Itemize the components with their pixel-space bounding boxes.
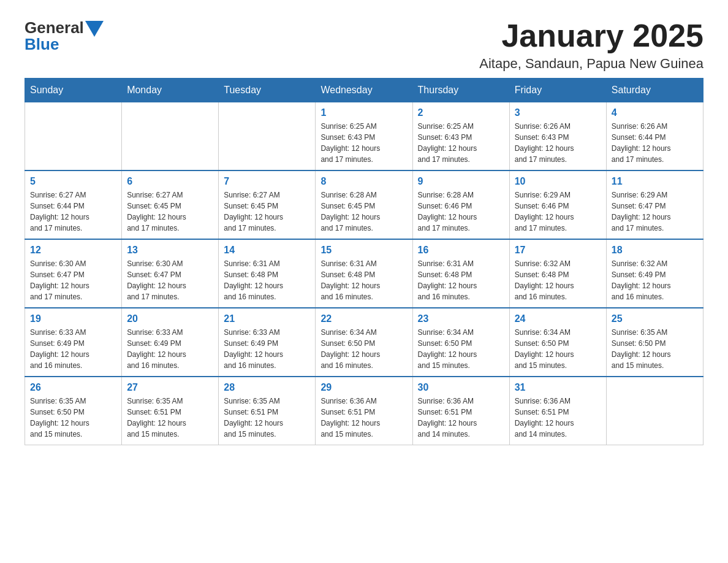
day-number: 11 [612, 176, 698, 187]
calendar-day-cell: 21Sunrise: 6:33 AM Sunset: 6:49 PM Dayli… [219, 308, 316, 377]
location-title: Aitape, Sandaun, Papua New Guinea [479, 56, 703, 72]
calendar-day-cell: 17Sunrise: 6:32 AM Sunset: 6:48 PM Dayli… [509, 239, 606, 308]
calendar-day-cell: 26Sunrise: 6:35 AM Sunset: 6:50 PM Dayli… [25, 377, 122, 445]
day-info: Sunrise: 6:27 AM Sunset: 6:45 PM Dayligh… [127, 190, 213, 234]
calendar-day-cell: 8Sunrise: 6:28 AM Sunset: 6:45 PM Daylig… [316, 170, 412, 239]
calendar-day-cell: 13Sunrise: 6:30 AM Sunset: 6:47 PM Dayli… [122, 239, 219, 308]
calendar-day-header: Tuesday [219, 79, 316, 102]
calendar-day-cell: 23Sunrise: 6:34 AM Sunset: 6:50 PM Dayli… [412, 308, 509, 377]
day-number: 13 [127, 245, 213, 256]
day-number: 8 [320, 176, 407, 187]
day-info: Sunrise: 6:35 AM Sunset: 6:51 PM Dayligh… [224, 396, 310, 440]
calendar-day-cell: 1Sunrise: 6:25 AM Sunset: 6:43 PM Daylig… [316, 102, 412, 171]
day-info: Sunrise: 6:33 AM Sunset: 6:49 PM Dayligh… [224, 327, 310, 371]
calendar-day-cell: 18Sunrise: 6:32 AM Sunset: 6:49 PM Dayli… [606, 239, 703, 308]
day-info: Sunrise: 6:36 AM Sunset: 6:51 PM Dayligh… [515, 396, 601, 440]
day-info: Sunrise: 6:30 AM Sunset: 6:47 PM Dayligh… [127, 258, 213, 302]
calendar-day-header: Wednesday [316, 79, 412, 102]
day-info: Sunrise: 6:31 AM Sunset: 6:48 PM Dayligh… [320, 258, 407, 302]
day-info: Sunrise: 6:32 AM Sunset: 6:48 PM Dayligh… [515, 258, 601, 302]
calendar-day-header: Friday [509, 79, 606, 102]
calendar-day-cell: 9Sunrise: 6:28 AM Sunset: 6:46 PM Daylig… [412, 170, 509, 239]
day-number: 6 [127, 176, 213, 187]
day-number: 30 [418, 382, 504, 393]
logo-blue: Blue [25, 35, 59, 54]
day-number: 26 [30, 382, 116, 393]
day-number: 4 [612, 107, 698, 118]
calendar-day-cell [25, 102, 122, 171]
day-number: 29 [320, 382, 407, 393]
calendar-day-cell: 31Sunrise: 6:36 AM Sunset: 6:51 PM Dayli… [509, 377, 606, 445]
calendar-week-row: 12Sunrise: 6:30 AM Sunset: 6:47 PM Dayli… [25, 239, 703, 308]
day-info: Sunrise: 6:36 AM Sunset: 6:51 PM Dayligh… [320, 396, 407, 440]
calendar-week-row: 5Sunrise: 6:27 AM Sunset: 6:44 PM Daylig… [25, 170, 703, 239]
day-number: 14 [224, 245, 310, 256]
month-title: January 2025 [479, 18, 703, 53]
day-info: Sunrise: 6:34 AM Sunset: 6:50 PM Dayligh… [515, 327, 601, 371]
day-number: 24 [515, 313, 601, 324]
calendar-week-row: 19Sunrise: 6:33 AM Sunset: 6:49 PM Dayli… [25, 308, 703, 377]
day-info: Sunrise: 6:29 AM Sunset: 6:47 PM Dayligh… [612, 190, 698, 234]
calendar-day-header: Thursday [412, 79, 509, 102]
day-number: 22 [320, 313, 407, 324]
day-number: 27 [127, 382, 213, 393]
day-number: 15 [320, 245, 407, 256]
day-number: 9 [418, 176, 504, 187]
day-number: 2 [418, 107, 504, 118]
calendar-table: SundayMondayTuesdayWednesdayThursdayFrid… [25, 78, 703, 445]
day-info: Sunrise: 6:34 AM Sunset: 6:50 PM Dayligh… [320, 327, 407, 371]
logo-triangle-icon [85, 21, 104, 37]
day-number: 28 [224, 382, 310, 393]
calendar-day-cell: 10Sunrise: 6:29 AM Sunset: 6:46 PM Dayli… [509, 170, 606, 239]
calendar-day-header: Sunday [25, 79, 122, 102]
day-info: Sunrise: 6:27 AM Sunset: 6:45 PM Dayligh… [224, 190, 310, 234]
calendar-day-cell: 28Sunrise: 6:35 AM Sunset: 6:51 PM Dayli… [219, 377, 316, 445]
calendar-day-cell: 6Sunrise: 6:27 AM Sunset: 6:45 PM Daylig… [122, 170, 219, 239]
day-number: 10 [515, 176, 601, 187]
day-info: Sunrise: 6:36 AM Sunset: 6:51 PM Dayligh… [418, 396, 504, 440]
calendar-day-cell: 27Sunrise: 6:35 AM Sunset: 6:51 PM Dayli… [122, 377, 219, 445]
calendar-day-cell: 24Sunrise: 6:34 AM Sunset: 6:50 PM Dayli… [509, 308, 606, 377]
calendar-day-cell: 25Sunrise: 6:35 AM Sunset: 6:50 PM Dayli… [606, 308, 703, 377]
calendar-day-cell: 14Sunrise: 6:31 AM Sunset: 6:48 PM Dayli… [219, 239, 316, 308]
day-info: Sunrise: 6:33 AM Sunset: 6:49 PM Dayligh… [127, 327, 213, 371]
calendar-day-cell: 12Sunrise: 6:30 AM Sunset: 6:47 PM Dayli… [25, 239, 122, 308]
day-info: Sunrise: 6:35 AM Sunset: 6:50 PM Dayligh… [612, 327, 698, 371]
calendar-day-cell: 22Sunrise: 6:34 AM Sunset: 6:50 PM Dayli… [316, 308, 412, 377]
calendar-day-cell [122, 102, 219, 171]
day-number: 18 [612, 245, 698, 256]
day-number: 16 [418, 245, 504, 256]
day-info: Sunrise: 6:33 AM Sunset: 6:49 PM Dayligh… [30, 327, 116, 371]
day-info: Sunrise: 6:28 AM Sunset: 6:45 PM Dayligh… [320, 190, 407, 234]
day-number: 17 [515, 245, 601, 256]
calendar-header-row: SundayMondayTuesdayWednesdayThursdayFrid… [25, 79, 703, 102]
day-info: Sunrise: 6:31 AM Sunset: 6:48 PM Dayligh… [224, 258, 310, 302]
calendar-day-cell: 7Sunrise: 6:27 AM Sunset: 6:45 PM Daylig… [219, 170, 316, 239]
day-info: Sunrise: 6:25 AM Sunset: 6:43 PM Dayligh… [320, 121, 407, 165]
calendar-day-cell: 2Sunrise: 6:25 AM Sunset: 6:43 PM Daylig… [412, 102, 509, 171]
day-info: Sunrise: 6:28 AM Sunset: 6:46 PM Dayligh… [418, 190, 504, 234]
calendar-day-cell: 29Sunrise: 6:36 AM Sunset: 6:51 PM Dayli… [316, 377, 412, 445]
calendar-day-cell [219, 102, 316, 171]
calendar-day-cell: 4Sunrise: 6:26 AM Sunset: 6:44 PM Daylig… [606, 102, 703, 171]
calendar-week-row: 1Sunrise: 6:25 AM Sunset: 6:43 PM Daylig… [25, 102, 703, 171]
page-header: General Blue January 2025 Aitape, Sandau… [25, 18, 703, 72]
day-info: Sunrise: 6:25 AM Sunset: 6:43 PM Dayligh… [418, 121, 504, 165]
day-info: Sunrise: 6:31 AM Sunset: 6:48 PM Dayligh… [418, 258, 504, 302]
day-info: Sunrise: 6:32 AM Sunset: 6:49 PM Dayligh… [612, 258, 698, 302]
day-number: 20 [127, 313, 213, 324]
day-info: Sunrise: 6:35 AM Sunset: 6:51 PM Dayligh… [127, 396, 213, 440]
day-number: 19 [30, 313, 116, 324]
day-info: Sunrise: 6:26 AM Sunset: 6:44 PM Dayligh… [612, 121, 698, 165]
calendar-day-cell: 19Sunrise: 6:33 AM Sunset: 6:49 PM Dayli… [25, 308, 122, 377]
calendar-day-cell: 5Sunrise: 6:27 AM Sunset: 6:44 PM Daylig… [25, 170, 122, 239]
day-info: Sunrise: 6:27 AM Sunset: 6:44 PM Dayligh… [30, 190, 116, 234]
calendar-day-cell: 15Sunrise: 6:31 AM Sunset: 6:48 PM Dayli… [316, 239, 412, 308]
day-number: 23 [418, 313, 504, 324]
day-number: 31 [515, 382, 601, 393]
day-number: 21 [224, 313, 310, 324]
calendar-week-row: 26Sunrise: 6:35 AM Sunset: 6:50 PM Dayli… [25, 377, 703, 445]
calendar-day-header: Saturday [606, 79, 703, 102]
day-number: 5 [30, 176, 116, 187]
day-number: 1 [320, 107, 407, 118]
